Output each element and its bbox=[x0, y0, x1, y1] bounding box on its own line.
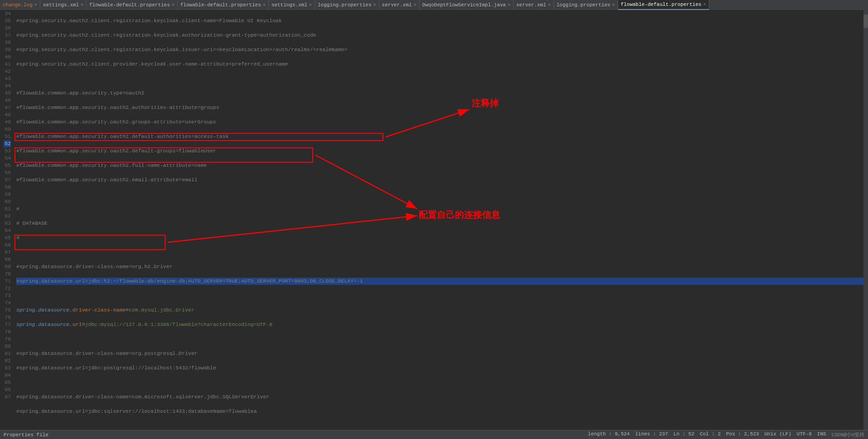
tab-label: settings.xml bbox=[43, 2, 79, 8]
tab-flowable-active[interactable]: flowable-default.properties × bbox=[618, 0, 709, 10]
status-line-ending: Unix (LF) bbox=[764, 431, 791, 438]
tab-bar: change.log × settings.xml × flowable-def… bbox=[0, 0, 868, 10]
status-length: length : 9,524 bbox=[588, 431, 630, 438]
tab-label: flowable-default.properties bbox=[89, 2, 170, 8]
status-ln: Ln : 52 bbox=[673, 431, 694, 438]
tab-label: server.xml bbox=[382, 2, 412, 8]
close-icon[interactable]: × bbox=[34, 3, 37, 8]
status-bar: Properties file length : 9,524 lines : 2… bbox=[0, 430, 868, 439]
tab-label: flowable-default.properties bbox=[181, 2, 261, 8]
tab-flowable1[interactable]: flowable-default.properties × bbox=[86, 0, 177, 10]
tab-settings2[interactable]: settings.xml × bbox=[269, 0, 315, 10]
tab-label: change.log bbox=[3, 2, 33, 8]
close-icon[interactable]: × bbox=[703, 2, 706, 7]
close-icon[interactable]: × bbox=[172, 3, 175, 8]
tab-server1[interactable]: server.xml × bbox=[379, 0, 420, 10]
tab-label: logging.properties bbox=[318, 2, 372, 8]
vertical-scrollbar[interactable] bbox=[863, 10, 868, 430]
close-icon[interactable]: × bbox=[263, 3, 266, 8]
tab-changelog[interactable]: change.log × bbox=[0, 0, 40, 10]
status-watermark: CSDN@小V坚持 bbox=[831, 431, 864, 438]
close-icon[interactable]: × bbox=[81, 3, 83, 8]
tab-label: server.xml bbox=[516, 2, 546, 8]
close-icon[interactable]: × bbox=[309, 3, 312, 8]
close-icon[interactable]: × bbox=[612, 3, 615, 8]
tab-label: DwqoDeptFlowServiceImpl.java bbox=[422, 2, 506, 8]
tab-label: logging.properties bbox=[557, 2, 610, 8]
tab-flowable2[interactable]: flowable-default.properties × bbox=[178, 0, 269, 10]
status-encoding: UTF-8 bbox=[797, 431, 812, 438]
close-icon[interactable]: × bbox=[373, 3, 376, 8]
line-numbers: 3435363738 3940414243 4445464748 4950515… bbox=[0, 10, 14, 430]
close-icon[interactable]: × bbox=[548, 3, 551, 8]
tab-settings1[interactable]: settings.xml × bbox=[40, 0, 86, 10]
status-lines: lines : 237 bbox=[635, 431, 668, 438]
code-editor[interactable]: #spring.security.oauth2.client.registrat… bbox=[14, 10, 863, 430]
close-icon[interactable]: × bbox=[508, 3, 510, 8]
tab-dwqo[interactable]: DwqoDeptFlowServiceImpl.java × bbox=[420, 0, 514, 10]
status-col: Col : 2 bbox=[700, 431, 720, 438]
status-file-type: Properties file bbox=[4, 432, 48, 438]
tab-server2[interactable]: server.xml × bbox=[514, 0, 554, 10]
annotation-configure: 配置自己的连接信息 bbox=[419, 211, 500, 218]
status-insert-mode: INS bbox=[817, 431, 826, 438]
close-icon[interactable]: × bbox=[414, 3, 416, 8]
status-pos: Pos : 2,523 bbox=[726, 431, 759, 438]
tab-logging1[interactable]: logging.properties × bbox=[315, 0, 379, 10]
editor-area: 3435363738 3940414243 4445464748 4950515… bbox=[0, 10, 868, 430]
tab-label: flowable-default.properties bbox=[621, 2, 701, 7]
tab-label: settings.xml bbox=[272, 2, 307, 8]
tab-logging2[interactable]: logging.properties × bbox=[554, 0, 618, 10]
